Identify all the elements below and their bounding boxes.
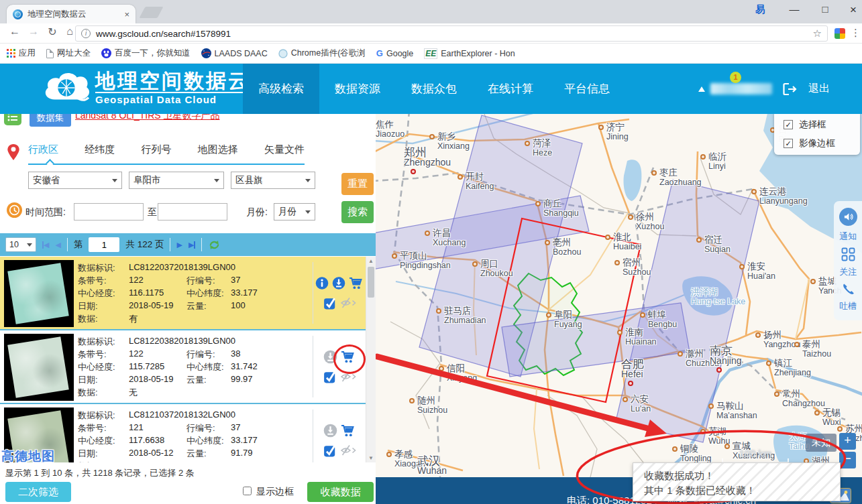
chevron-down-icon: [214, 179, 219, 182]
reload-icon[interactable]: ↻: [44, 25, 60, 38]
location-tab[interactable]: 矢量文件: [264, 143, 305, 156]
notify-label[interactable]: 通知: [839, 231, 857, 243]
nav-item[interactable]: 平台信息: [549, 64, 625, 114]
month-label: 月份:: [246, 206, 268, 218]
page-info-icon[interactable]: i: [81, 29, 91, 38]
reset-button[interactable]: 重置: [341, 173, 374, 195]
page-size-select[interactable]: 10: [5, 237, 36, 252]
site-logo[interactable]: 地理空间数据云 Geospatial Data Cloud: [42, 70, 250, 105]
scene-thumbnail[interactable]: [4, 334, 74, 401]
cart-icon[interactable]: [349, 277, 364, 290]
browser-tab[interactable]: 地理空间数据云 ×: [7, 5, 136, 23]
unknown-location-button[interactable]: 未知: [806, 434, 837, 452]
tab-close-icon[interactable]: ×: [124, 9, 129, 19]
forward-icon[interactable]: →: [25, 25, 42, 38]
bookmark-item[interactable]: 网址大全: [46, 48, 91, 59]
new-tab-button[interactable]: [139, 7, 163, 18]
scene-row[interactable]: 数据标识:LC81220382018139LGN00 条带号:122行编号:38…: [0, 330, 366, 404]
city-select[interactable]: 阜阳市: [129, 172, 224, 189]
logout-button[interactable]: 退出: [808, 82, 830, 96]
url-text[interactable]: www.gscloud.cn/search#1578991: [96, 29, 808, 39]
city-marker-icon: [623, 397, 628, 402]
show-border-checkbox[interactable]: [243, 487, 252, 495]
selection-box-toggle[interactable]: 选择框: [784, 119, 860, 131]
notification-speaker-icon[interactable]: [839, 208, 857, 226]
scene-thumbnail[interactable]: [4, 260, 74, 327]
next-page-icon[interactable]: ▶: [176, 241, 182, 249]
zoom-in-button[interactable]: +: [839, 433, 856, 450]
nav-item[interactable]: 数据资源: [319, 64, 396, 114]
last-page-icon[interactable]: ▶: [188, 241, 195, 249]
bookmark-star-icon[interactable]: ☆: [813, 27, 822, 40]
date-end-input[interactable]: [158, 203, 227, 220]
favorite-data-button[interactable]: 收藏数据: [307, 482, 374, 502]
bookmark-item[interactable]: EE EarthExplorer - Hon: [424, 48, 515, 59]
map-city-label: 亳州 Bozhou: [545, 237, 581, 257]
to-label: 至: [148, 206, 157, 218]
scrollbar-thumb[interactable]: [368, 267, 374, 298]
scene-row[interactable]: 数据标识:LC81220372018139LGN00 条带号:122行编号:37…: [0, 257, 366, 330]
window-minimize-button[interactable]: —: [785, 3, 804, 15]
download-icon[interactable]: [323, 424, 337, 438]
feedback-label[interactable]: 吐槽: [839, 300, 857, 312]
select-check-icon[interactable]: [323, 370, 337, 383]
bookmark-item[interactable]: G Google: [376, 48, 413, 58]
page-number-input[interactable]: [89, 237, 119, 252]
window-maximize-button[interactable]: □: [816, 3, 834, 15]
side-toolbar: 通知 关注 吐槽: [834, 201, 862, 320]
location-tab[interactable]: 地图选择: [198, 143, 238, 156]
username-blurred[interactable]: [710, 83, 772, 94]
search-button[interactable]: 搜索: [341, 201, 374, 223]
bookmark-item[interactable]: LAADS DAAC: [201, 48, 268, 58]
cart-icon[interactable]: [341, 351, 356, 363]
location-tab[interactable]: 行政区: [28, 143, 58, 156]
county-select[interactable]: 区县旗: [231, 172, 315, 189]
eye-off-icon[interactable]: [340, 297, 356, 309]
map-city-label: 宿州 Suzhou: [614, 257, 651, 277]
dataset-button[interactable]: 数据集: [30, 114, 71, 127]
nav-item[interactable]: 在线计算: [472, 64, 549, 114]
map-city-label: 湖州 Huzhou: [804, 456, 841, 475]
refresh-icon[interactable]: [208, 239, 221, 251]
province-select[interactable]: 安徽省: [28, 172, 122, 189]
nav-item[interactable]: 数据众包: [396, 64, 472, 114]
bookmark-item[interactable]: 百度一下，你就知道: [101, 48, 191, 59]
follow-label[interactable]: 关注: [839, 266, 857, 278]
info-icon[interactable]: [315, 276, 329, 290]
bookmark-apps[interactable]: 应用: [7, 48, 36, 59]
eye-off-icon[interactable]: [340, 444, 356, 456]
window-close-button[interactable]: ×: [844, 3, 862, 17]
first-page-icon[interactable]: ◀: [42, 241, 49, 249]
back-icon[interactable]: ←: [7, 25, 23, 38]
date-start-input[interactable]: [74, 203, 144, 220]
phone-icon[interactable]: [842, 283, 855, 296]
prev-page-icon[interactable]: ◀: [55, 241, 60, 249]
browser-menu-icon[interactable]: ⋮: [851, 27, 861, 39]
map-city-label: 菏泽 Heze: [525, 138, 552, 158]
image-border-toggle[interactable]: 影像边框: [784, 137, 860, 149]
month-select[interactable]: 月份: [274, 203, 315, 220]
checkbox-checked-icon[interactable]: [784, 120, 793, 129]
logout-icon[interactable]: [783, 82, 798, 96]
location-tab[interactable]: 经纬度: [85, 143, 115, 156]
select-check-icon[interactable]: [323, 296, 337, 310]
dataset-icon: [4, 114, 21, 125]
secondary-filter-button[interactable]: 二次筛选: [5, 482, 71, 502]
nav-item[interactable]: 高级检索: [243, 64, 319, 114]
dataset-name-link[interactable]: Landsat 8 OLI_TIRS 卫星数字产品: [75, 114, 220, 122]
scroll-up-icon[interactable]: ▲: [366, 258, 376, 264]
follow-icon[interactable]: [841, 247, 855, 261]
map-canvas[interactable]: 焦作 Jiaozuo 新乡 Xinxiang 郑州 Zhengzhou: [376, 114, 862, 477]
zoom-out-button[interactable]: −: [839, 452, 856, 468]
checkbox-checked-icon[interactable]: [784, 139, 793, 148]
bookmark-item[interactable]: Chrome插件(谷歌浏: [278, 48, 366, 59]
city-marker-icon: [545, 240, 550, 245]
list-scrollbar[interactable]: ▲ ▼: [366, 257, 376, 462]
extension-icon[interactable]: [834, 28, 845, 39]
download-icon[interactable]: [332, 276, 345, 290]
select-check-icon[interactable]: [323, 444, 337, 457]
scroll-down-icon[interactable]: ▼: [366, 455, 376, 461]
address-bar[interactable]: i www.gscloud.cn/search#1578991 ☆: [75, 25, 828, 42]
location-tab[interactable]: 行列号: [142, 143, 172, 156]
cart-icon[interactable]: [341, 424, 356, 437]
